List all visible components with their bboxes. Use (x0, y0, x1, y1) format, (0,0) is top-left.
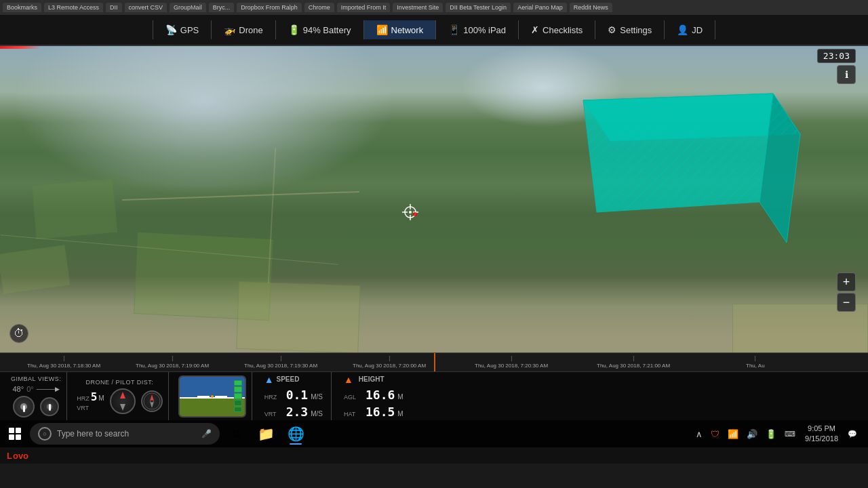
chevron-up-icon[interactable]: ∧ (693, 426, 705, 442)
hrz-speed-unit: M/S (311, 393, 323, 401)
clock-button[interactable]: ⏱ (9, 324, 28, 343)
taskbar: ○ 🎤 ⧉ 📁 🌐 ∧ 🛡 📶 🔊 🔋 ⌨ 9:05 PM 9/15/2018 … (0, 420, 868, 447)
nav-checklists[interactable]: ✗ Checklists (519, 20, 595, 39)
browser-tab[interactable]: Investment Site (393, 3, 443, 12)
win-cell (16, 428, 21, 433)
gimbal-dial-1[interactable] (13, 396, 35, 418)
volume-icon[interactable]: 🔊 (744, 426, 760, 442)
nav-gps[interactable]: 📡 GPS (153, 20, 212, 39)
nav-gps-label: GPS (180, 25, 199, 35)
browser-bar: Bookmarks L3 Remote Access DII convert C… (0, 0, 868, 15)
network-icon: 📶 (376, 24, 388, 35)
attitude-indicator[interactable] (178, 375, 246, 418)
gimbal-arrow: ———▶ (37, 386, 60, 392)
gimbal-angle: 48° (13, 385, 24, 393)
chrome-icon: 🌐 (288, 426, 304, 442)
vrt-speed-sublabel: VRT (264, 411, 283, 418)
dist-section: DRONE / PILOT DIST: HRZ 5 M VRT (71, 372, 168, 420)
lenovo-bar: L ovo (0, 447, 868, 464)
browser-tab[interactable]: L3 Remote Access (44, 3, 103, 12)
agl-value: 16.6 (366, 388, 395, 402)
browser-tab[interactable]: DII (106, 3, 122, 12)
browser-tab[interactable]: Chrome (304, 3, 334, 12)
gimbal-dial-2[interactable] (40, 397, 59, 416)
microphone-icon[interactable]: 🎤 (201, 429, 212, 439)
vrt-dist: VRT (77, 405, 104, 411)
keyboard-icon[interactable]: ⌨ (782, 427, 798, 441)
start-button[interactable] (3, 422, 27, 446)
alt-bar (234, 380, 242, 386)
timeline[interactable]: Thu, Aug 30 2018, 7:18:30 AM Thu, Aug 30… (0, 352, 868, 371)
battery-icon: 🔋 (288, 24, 300, 35)
attitude-bar-right (215, 396, 227, 397)
speed-section: ▲ SPEED HRZ 0.1 M/S VRT 2.3 M/S (256, 372, 332, 420)
timeline-cursor (434, 353, 435, 371)
browser-tab[interactable]: Reddit News (570, 3, 612, 12)
alt-bar (234, 386, 242, 392)
notification-icon[interactable]: 💬 (845, 427, 860, 441)
battery-tray-icon[interactable]: 🔋 (763, 426, 779, 442)
task-view-button[interactable]: ⧉ (222, 422, 250, 446)
security-tray-icon[interactable]: 🛡 (708, 426, 722, 442)
hat-value: 16.5 (366, 405, 395, 419)
settings-icon: ⚙ (608, 24, 616, 35)
hud: GIMBAL VIEWS: 48° 0° ———▶ DRONE / PILOT … (0, 371, 868, 420)
nav-ipad[interactable]: 📱 100% iPad (436, 20, 519, 39)
attitude-center (197, 395, 227, 398)
nav-drone[interactable]: 🚁 Drone (212, 20, 275, 39)
zoom-out-button[interactable]: − (837, 293, 856, 312)
browser-tab[interactable]: convert CSV (125, 3, 167, 12)
timeline-tick: Thu, Aug 30 2018, 7:19:00 AM (136, 356, 209, 369)
nav-user[interactable]: 👤 JD (665, 20, 715, 39)
system-tray: ∧ 🛡 📶 🔊 🔋 ⌨ 9:05 PM 9/15/2018 💬 (693, 422, 865, 446)
nav-network[interactable]: 📶 Network (364, 20, 437, 39)
vrt-speed-row: VRT 2.3 M/S (264, 405, 323, 419)
search-input[interactable] (57, 429, 196, 439)
alt-bar (234, 407, 242, 413)
svg-marker-14 (150, 394, 154, 401)
heading-compass[interactable] (141, 390, 163, 412)
nav-ipad-label: 100% iPad (463, 25, 506, 35)
svg-marker-15 (150, 401, 154, 408)
app-nav: 📡 GPS 🚁 Drone 🔋 94% Battery 📶 Network 📱 … (0, 15, 868, 46)
system-clock[interactable]: 9:05 PM 9/15/2018 (801, 422, 842, 446)
browser-tab[interactable]: Imported From It (337, 3, 391, 12)
nav-user-label: JD (692, 25, 703, 35)
folder-icon: 📁 (258, 426, 275, 442)
attitude-bar-left (197, 396, 210, 397)
drone-marker (400, 202, 420, 222)
browser-tab[interactable]: Dropbox From Ralph (237, 3, 302, 12)
hrz-unit: M (98, 394, 104, 402)
browser-tab[interactable]: Aerial Pano Map (513, 3, 567, 12)
browser-tab[interactable]: DII Beta Tester Login (446, 3, 511, 12)
map-container[interactable]: 23:03 ℹ ⏱ + − (0, 46, 868, 352)
height-label: HEIGHT (359, 375, 384, 383)
browser-tab[interactable]: Bryc... (209, 3, 235, 12)
nav-settings[interactable]: ⚙ Settings (595, 20, 665, 39)
hrz-speed-row: HRZ 0.1 M/S (264, 388, 323, 402)
nav-settings-label: Settings (620, 25, 652, 35)
task-view-icon: ⧉ (233, 428, 240, 440)
network-tray-icon[interactable]: 📶 (725, 426, 741, 442)
lenovo-brand: L (7, 451, 13, 461)
terrain-patch (32, 178, 118, 239)
gimbal-offset: 0° (26, 385, 34, 393)
search-bar[interactable]: ○ 🎤 (30, 423, 220, 445)
nav-network-label: Network (391, 25, 424, 35)
browser-tab[interactable]: Bookmarks (3, 3, 41, 12)
dist-label: DRONE / PILOT DIST: (86, 379, 154, 386)
height-section: ▲ HEIGHT AGL 16.6 M HAT 16.5 M (336, 372, 412, 420)
chrome-button[interactable]: 🌐 (282, 422, 309, 446)
info-button[interactable]: ℹ (837, 65, 856, 84)
nav-battery[interactable]: 🔋 94% Battery (276, 20, 364, 39)
compass[interactable] (110, 388, 136, 414)
hrz-speed-sublabel: HRZ (264, 394, 283, 401)
file-explorer-button[interactable]: 📁 (252, 422, 279, 446)
altitude-bars (234, 380, 242, 413)
browser-tab[interactable]: GroupMail (170, 3, 206, 12)
hat-unit: M (397, 410, 403, 418)
zoom-in-button[interactable]: + (837, 272, 856, 291)
gimbal-label: GIMBAL VIEWS: (11, 375, 61, 382)
win-cell (9, 428, 14, 433)
attitude-section (173, 372, 252, 420)
